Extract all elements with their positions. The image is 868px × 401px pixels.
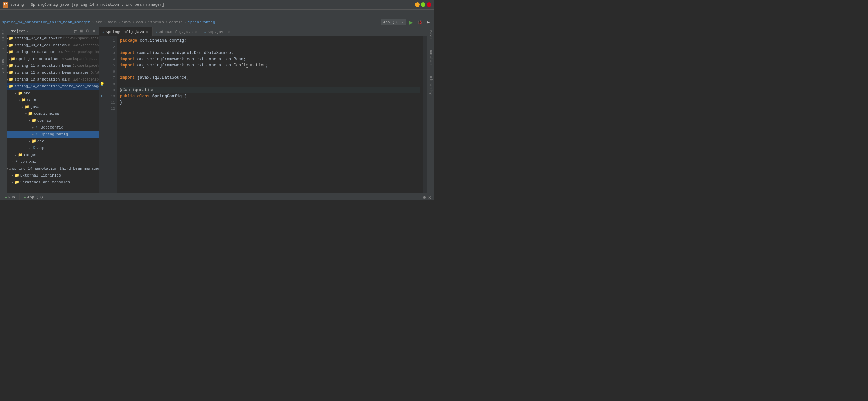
tree-item-label: config [37, 119, 51, 123]
settings-btn[interactable]: ⚙ [85, 28, 90, 34]
tree-item[interactable]: ▸ X pom.xml [7, 158, 99, 165]
maven-tab[interactable]: Maven [428, 29, 433, 42]
gutter-line [99, 75, 105, 81]
tree-arrow: ▸ [10, 174, 14, 178]
tree-item[interactable]: ▾ 📁 com.itheima [7, 110, 99, 117]
breadcrumb-src[interactable]: src [96, 20, 103, 24]
gutter-line: C [99, 93, 105, 99]
gutter-area: 💡C [99, 36, 105, 193]
tree-item-label: main [27, 98, 36, 102]
tab-springconfig-close[interactable]: ✕ [145, 30, 149, 34]
breadcrumb-com[interactable]: com [136, 20, 143, 24]
breadcrumb-itheima[interactable]: itheima [148, 20, 164, 24]
code-line[interactable]: import com.alibaba.druid.pool.DruidDataS… [120, 50, 420, 56]
tree-item[interactable]: ▸ 📁 Scratches and Consoles [7, 179, 99, 186]
bottom-tab-run[interactable]: ▶ App (3) [21, 193, 46, 201]
tab-jdbcconfig-close[interactable]: ✕ [194, 30, 197, 34]
tree-item-icon: 📁 [9, 63, 13, 68]
tree-item[interactable]: ▾ 📁 main [7, 97, 99, 104]
tab-springconfig-label: SpringConfig.java [106, 30, 144, 34]
tree-item[interactable]: ▸ 📁 External Libraries [7, 172, 99, 179]
tree-item-label: spring_09_datasource [14, 50, 60, 54]
jdbcconfig-tab-icon: ☕ [155, 30, 157, 34]
code-line[interactable] [120, 44, 420, 50]
sync-btn[interactable]: ⇄ [72, 28, 78, 34]
tree-item-icon: 📁 [9, 43, 13, 48]
minimize-button[interactable] [415, 2, 420, 7]
code-line[interactable]: import org.springframework.context.annot… [120, 62, 420, 69]
tree-arrow: ▾ [14, 92, 18, 95]
tree-item[interactable]: ▾ 📁 spring_14_annotation_third_bean_mana… [7, 83, 99, 90]
tree-item-icon: 📁 [14, 180, 19, 185]
tree-item[interactable]: ▸ C App [7, 145, 99, 151]
run-button[interactable]: ▶ [407, 19, 415, 26]
tree-item[interactable]: ▸ 📁 spring_07_di_autowire D:\workspace\s… [7, 35, 99, 42]
tab-springconfig[interactable]: ☕ SpringConfig.java ✕ [99, 27, 153, 36]
breadcrumb-main[interactable]: main [108, 20, 117, 24]
tree-item[interactable]: ▾ 📁 java [7, 104, 99, 110]
settings-icon[interactable]: ⚙ [423, 195, 426, 200]
tree-item[interactable]: ▸ 📁 dao [7, 138, 99, 145]
gutter-line [99, 62, 105, 69]
project-tree: ▸ 📁 spring_07_di_autowire D:\workspace\s… [7, 35, 99, 193]
tree-item-label: com.itheima [34, 112, 59, 116]
code-line[interactable]: @Configuration [120, 87, 420, 93]
close-panel-btn[interactable]: ✕ [428, 195, 431, 200]
warning-gutter-icon: 💡 [100, 82, 105, 86]
title-bar: IJ spring - SpringConfig.java [spring_14… [0, 0, 434, 10]
tree-item-label: spring_12_annotation_bean_manager [14, 71, 89, 75]
code-line[interactable]: package com.itheima.config; [120, 38, 420, 44]
app-selector[interactable]: App (3) ▾ [381, 19, 406, 25]
code-line[interactable]: } [120, 99, 420, 106]
hierarchy-tab[interactable]: Hierarchy [428, 75, 433, 96]
breadcrumb-config[interactable]: config [169, 20, 183, 24]
close-button[interactable] [427, 2, 431, 7]
favorites-tab[interactable]: Favorites [1, 58, 6, 79]
tree-item-icon: 📁 [9, 70, 13, 75]
tree-item[interactable]: ▸ 📁 target [7, 151, 99, 158]
code-line[interactable] [120, 106, 420, 112]
breadcrumb-sep1: › [92, 20, 94, 25]
hide-panel-btn[interactable]: ✕ [91, 28, 96, 34]
tree-item-icon: 📁 [11, 57, 15, 61]
breadcrumb-class[interactable]: SpringConfig [188, 20, 215, 24]
maximize-button[interactable] [421, 2, 425, 7]
tree-item-label: External Libraries [20, 173, 61, 178]
project-dropdown-icon[interactable]: ▾ [27, 29, 29, 33]
tab-app-close[interactable]: ✕ [227, 30, 230, 34]
collapse-btn[interactable]: ⊞ [79, 28, 84, 34]
code-line[interactable] [120, 69, 420, 75]
code-content[interactable]: package com.itheima.config;import com.al… [117, 36, 423, 193]
coverage-button[interactable]: ▶̲ [424, 19, 432, 26]
database-tab[interactable]: Database [428, 49, 433, 68]
editor-tab-bar: ☕ SpringConfig.java ✕ ☕ JdbcConfig.java … [99, 27, 427, 36]
tree-item[interactable]: ▸ 📁 spring_12_annotation_bean_manager D:… [7, 69, 99, 76]
structure-tab[interactable]: Structure [1, 29, 6, 50]
tree-item[interactable]: ▾ 📁 src [7, 90, 99, 97]
breadcrumb-java[interactable]: java [122, 20, 131, 24]
tree-item[interactable]: ▸ 📁 spring_10_container D:\workspace\sp.… [7, 56, 99, 62]
tree-item[interactable]: ▸ 📁 spring_11_annotation_bean D:\workspa… [7, 62, 99, 69]
tree-item[interactable]: ▸ 📁 spring_09_datasource D:\workspace\sp… [7, 49, 99, 56]
tree-item[interactable]: ▸ 📁 spring_08_di_collection D:\workspace… [7, 42, 99, 49]
run-label-icon: ▶ [5, 195, 7, 199]
tree-item-label: spring_14_annotation_third_bean_manager [12, 167, 99, 171]
tab-jdbcconfig[interactable]: ☕ JdbcConfig.java ✕ [153, 27, 201, 36]
code-line[interactable]: import javax.sql.DataSource; [120, 75, 420, 81]
tab-app[interactable]: ☕ App.java ✕ [201, 27, 234, 36]
tree-item-path: D:\workspace\spri... [68, 78, 99, 82]
code-line[interactable]: public class SpringConfig { [120, 93, 420, 99]
tree-item[interactable]: ▸ C SpringConfig [7, 131, 99, 138]
tree-item[interactable]: ▸ 📁 spring_13_annotation_di D:\workspace… [7, 76, 99, 83]
breadcrumb-project[interactable]: spring_14_annotation_third_bean_manager [2, 20, 90, 24]
tree-item-path: D:\workspace\sp... [61, 57, 98, 61]
debug-button[interactable]: 🐞 [416, 19, 423, 26]
tree-item-icon: X [14, 159, 19, 164]
tree-item[interactable]: ▸ ◻ spring_14_annotation_third_bean_mana… [7, 165, 99, 172]
tree-item[interactable]: ▸ C JdbcConfig [7, 124, 99, 131]
code-line[interactable]: import org.springframework.context.annot… [120, 56, 420, 62]
run-label-text: Run: [8, 195, 17, 199]
tree-item-icon: 📁 [18, 153, 23, 157]
tree-item[interactable]: ▾ 📁 config [7, 117, 99, 124]
code-line[interactable] [120, 81, 420, 87]
